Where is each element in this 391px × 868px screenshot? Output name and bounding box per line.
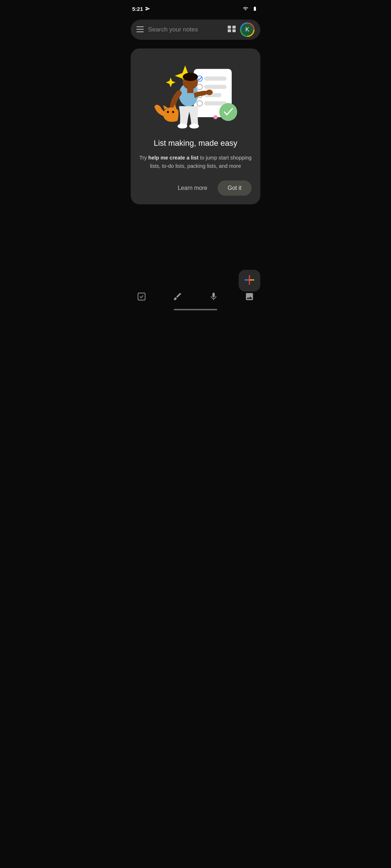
highlight-text: help me create a list xyxy=(148,155,199,161)
svg-rect-10 xyxy=(204,85,227,89)
dialog-description: Try help me create a list to jump start … xyxy=(139,154,252,170)
hamburger-menu-icon[interactable] xyxy=(136,26,144,33)
status-bar: 5:21 xyxy=(125,0,266,16)
svg-rect-20 xyxy=(187,88,193,93)
got-it-button[interactable]: Got it xyxy=(218,180,252,196)
svg-point-25 xyxy=(172,111,174,113)
wifi-icon xyxy=(242,6,249,11)
svg-rect-1 xyxy=(136,29,144,30)
send-icon xyxy=(145,6,150,11)
svg-point-27 xyxy=(189,124,199,128)
svg-rect-31 xyxy=(138,293,145,300)
dialog-title: List making, made easy xyxy=(154,138,237,149)
brush-icon[interactable] xyxy=(169,289,185,305)
status-icons-group xyxy=(242,6,259,11)
learn-more-button[interactable]: Learn more xyxy=(171,181,215,195)
search-placeholder: Search your notes xyxy=(148,26,223,33)
account-avatar[interactable]: K xyxy=(240,22,255,37)
mic-icon[interactable] xyxy=(206,289,222,305)
home-indicator xyxy=(174,309,217,310)
svg-point-21 xyxy=(206,90,213,95)
search-bar[interactable]: Search your notes K xyxy=(131,20,260,40)
sparkle-small-icon xyxy=(166,77,176,87)
time-display: 5:21 xyxy=(132,6,143,12)
avatar-letter: K xyxy=(241,24,253,36)
illustration xyxy=(139,59,252,131)
svg-point-15 xyxy=(219,103,237,121)
dialog-card: List making, made easy Try help me creat… xyxy=(131,48,260,204)
svg-rect-0 xyxy=(136,26,144,27)
svg-point-16 xyxy=(214,115,218,119)
svg-rect-8 xyxy=(204,77,227,81)
svg-rect-2 xyxy=(136,31,144,32)
checkbox-icon[interactable] xyxy=(134,289,150,305)
status-time-group: 5:21 xyxy=(132,6,150,12)
svg-rect-5 xyxy=(228,29,231,32)
svg-point-19 xyxy=(183,73,198,81)
svg-rect-4 xyxy=(232,26,236,29)
svg-rect-6 xyxy=(232,29,236,32)
battery-icon xyxy=(251,6,259,11)
svg-rect-3 xyxy=(228,26,231,29)
dialog-buttons: Learn more Got it xyxy=(139,180,252,196)
view-toggle-icon[interactable] xyxy=(228,26,236,34)
svg-point-24 xyxy=(167,111,169,113)
image-icon[interactable] xyxy=(241,289,257,305)
svg-point-26 xyxy=(177,124,187,128)
